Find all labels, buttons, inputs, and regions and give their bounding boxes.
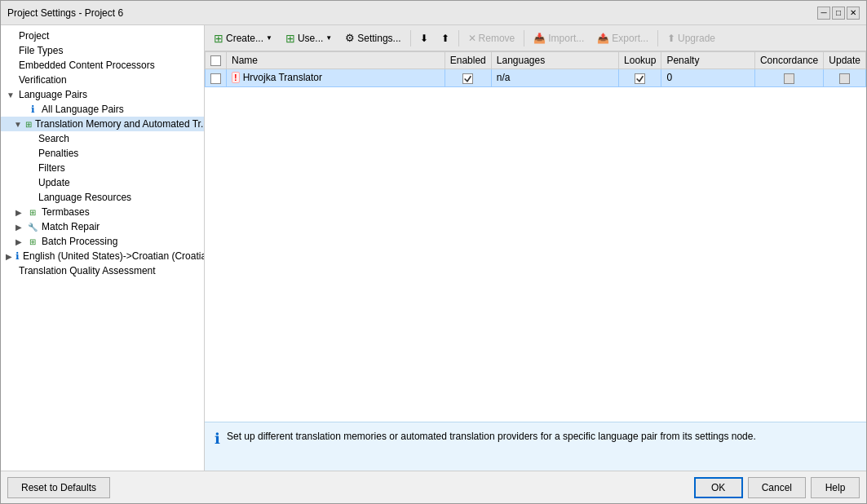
window-title: Project Settings - Project 6 (7, 7, 123, 19)
name-cell-content: ! Hrvojka Translator (232, 72, 440, 83)
info-icon: ℹ (215, 430, 220, 448)
use-label: Use... (298, 33, 323, 44)
row-update-cell (824, 69, 866, 86)
row-checkbox[interactable] (210, 73, 221, 84)
wrench-icon: 🔧 (27, 221, 38, 232)
column-header-lookup[interactable]: Lookup (619, 52, 661, 69)
translator-type-icon: ! (232, 72, 240, 83)
info-message: Set up different translation memories or… (227, 429, 756, 444)
sidebar-item-label: Embedded Content Processors (19, 60, 155, 71)
table-header-row: Name Enabled Languages Lookup Penalty Co… (206, 52, 866, 69)
column-header-update[interactable]: Update (824, 52, 866, 69)
sidebar-item-label: Termbases (42, 206, 90, 218)
ok-button[interactable]: OK (694, 477, 743, 498)
expand-icon: ▼ (6, 91, 15, 99)
upgrade-button[interactable]: ⬆ Upgrade (661, 29, 721, 48)
window-controls: ─ □ ✕ (817, 7, 860, 20)
import-button[interactable]: 📥 Import... (528, 29, 590, 48)
green-grid-icon: ⊞ (25, 118, 32, 130)
column-header-languages[interactable]: Languages (491, 52, 618, 69)
table-row[interactable]: ! Hrvojka Translator n/a 0 (206, 69, 866, 86)
main-content: Project File Types Embedded Content Proc… (1, 25, 866, 471)
move-down-button[interactable]: ⬇ (414, 29, 434, 48)
separator (524, 30, 524, 46)
create-button[interactable]: ⊞ Create... ▼ (208, 29, 278, 48)
sidebar-item-translation-quality[interactable]: Translation Quality Assessment (1, 263, 204, 278)
sidebar-item-file-types[interactable]: File Types (1, 43, 204, 58)
export-icon: 📤 (597, 33, 609, 44)
sidebar-item-label: English (United States)->Croatian (Croat… (23, 250, 205, 262)
minimize-button[interactable]: ─ (817, 7, 830, 20)
separator (410, 30, 411, 46)
sidebar-item-label: File Types (19, 45, 63, 56)
toolbar: ⊞ Create... ▼ ⊞ Use... ▼ ⚙ Settings... ⬇ (205, 25, 866, 51)
sidebar: Project File Types Embedded Content Proc… (1, 25, 205, 471)
green-grid-icon: ⊞ (27, 236, 38, 247)
title-bar: Project Settings - Project 6 ─ □ ✕ (1, 1, 866, 25)
sidebar-item-translation-memory[interactable]: ▼ ⊞ Translation Memory and Automated Tr.… (1, 117, 204, 131)
reset-defaults-button[interactable]: Reset to Defaults (7, 477, 110, 498)
sidebar-item-update[interactable]: Update (1, 175, 204, 190)
row-name-cell: ! Hrvojka Translator (227, 69, 445, 86)
settings-button[interactable]: ⚙ Settings... (339, 29, 406, 48)
dropdown-arrow-icon: ▼ (325, 34, 332, 42)
sidebar-item-language-pairs[interactable]: ▼ Language Pairs (1, 87, 204, 102)
sidebar-item-label: Language Pairs (19, 89, 87, 100)
sidebar-item-all-language-pairs[interactable]: ℹ All Language Pairs (1, 102, 204, 117)
sidebar-item-label: Search (38, 133, 69, 144)
column-header-checkbox[interactable] (206, 52, 227, 69)
move-up-icon: ⬆ (441, 33, 449, 44)
column-header-name[interactable]: Name (227, 52, 445, 69)
move-up-button[interactable]: ⬆ (436, 29, 455, 48)
lookup-checkbox[interactable] (635, 73, 645, 84)
concordance-checkbox[interactable] (784, 73, 794, 84)
sidebar-item-english-croatian[interactable]: ▶ ℹ English (United States)->Croatian (C… (1, 249, 204, 263)
header-checkbox[interactable] (210, 55, 221, 66)
move-down-icon: ⬇ (420, 33, 428, 44)
blue-circle-icon: ℹ (27, 104, 38, 115)
close-button[interactable]: ✕ (847, 7, 860, 20)
sidebar-item-penalties[interactable]: Penalties (1, 146, 204, 161)
row-languages-cell: n/a (491, 69, 618, 86)
main-window: Project Settings - Project 6 ─ □ ✕ Proje… (0, 0, 867, 504)
translator-name: Hrvojka Translator (243, 72, 322, 83)
cancel-button[interactable]: Cancel (748, 477, 806, 498)
expand-icon: ▶ (14, 237, 24, 246)
import-icon: 📥 (533, 33, 546, 44)
row-checkbox-cell (206, 69, 227, 86)
sidebar-item-label: Language Resources (38, 192, 131, 203)
create-icon: ⊞ (214, 32, 223, 45)
maximize-button[interactable]: □ (832, 7, 845, 20)
column-header-penalty[interactable]: Penalty (661, 52, 754, 69)
bottom-right: OK Cancel Help (694, 477, 860, 498)
use-button[interactable]: ⊞ Use... ▼ (280, 29, 338, 48)
remove-button[interactable]: ✕ Remove (462, 29, 521, 48)
info-bar: ℹ Set up different translation memories … (205, 422, 866, 471)
update-checkbox[interactable] (839, 73, 850, 84)
export-button[interactable]: 📤 Export... (591, 29, 654, 48)
bottom-bar: Reset to Defaults OK Cancel Help (1, 471, 866, 503)
bottom-left: Reset to Defaults (7, 477, 110, 498)
sidebar-item-embedded-content[interactable]: Embedded Content Processors (1, 58, 204, 73)
sidebar-item-label: All Language Pairs (42, 104, 124, 115)
expand-icon: ▼ (14, 120, 22, 129)
upgrade-icon: ⬆ (667, 33, 675, 44)
sidebar-item-batch-processing[interactable]: ▶ ⊞ Batch Processing (1, 234, 204, 249)
sidebar-item-search[interactable]: Search (1, 131, 204, 146)
sidebar-item-match-repair[interactable]: ▶ 🔧 Match Repair (1, 219, 204, 234)
enabled-checkbox[interactable] (462, 73, 473, 84)
expand-icon: ▶ (6, 252, 12, 261)
remove-icon: ✕ (468, 33, 476, 44)
sidebar-item-label: Update (38, 177, 70, 188)
row-lookup-cell (619, 69, 661, 86)
sidebar-item-project[interactable]: Project (1, 29, 204, 43)
sidebar-item-label: Verification (19, 74, 67, 86)
sidebar-item-verification[interactable]: Verification (1, 73, 204, 87)
column-header-enabled[interactable]: Enabled (445, 52, 491, 69)
sidebar-item-termbases[interactable]: ▶ ⊞ Termbases (1, 205, 204, 219)
help-button[interactable]: Help (811, 477, 860, 498)
sidebar-item-language-resources[interactable]: Language Resources (1, 190, 204, 205)
sidebar-item-filters[interactable]: Filters (1, 161, 204, 175)
column-header-concordance[interactable]: Concordance (754, 52, 823, 69)
row-concordance-cell (754, 69, 823, 86)
